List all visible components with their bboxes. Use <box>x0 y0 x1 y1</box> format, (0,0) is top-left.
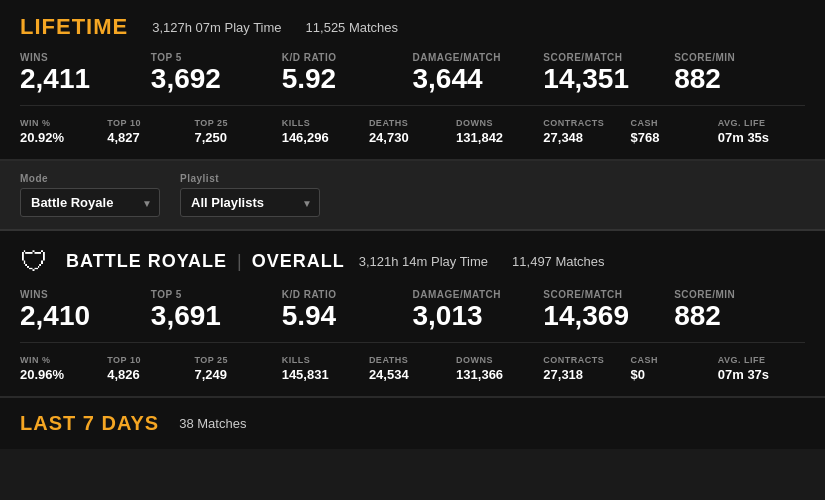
stat-label: Contracts <box>543 355 622 365</box>
br-secondary-stat: Top 25 7,249 <box>194 355 281 382</box>
mode-filter-label: Mode <box>20 173 160 184</box>
br-divider: | <box>237 251 242 272</box>
stat-label: Win % <box>20 118 99 128</box>
stat-label: SCORE/MIN <box>674 52 795 63</box>
stat-label: TOP 5 <box>151 289 272 300</box>
mode-filter-group: Mode Battle RoyalePlunderResurgence <box>20 173 160 217</box>
br-secondary-stat: Win % 20.96% <box>20 355 107 382</box>
stat-value: 20.92% <box>20 130 99 145</box>
stat-label: Deaths <box>369 355 448 365</box>
stat-value: 2,411 <box>20 65 141 93</box>
br-secondary-stat: Avg. Life 07m 37s <box>718 355 805 382</box>
lifetime-primary-stat: WINS 2,411 <box>20 52 151 93</box>
br-secondary-stat: Top 10 4,826 <box>107 355 194 382</box>
br-subtitle: OVERALL <box>252 251 345 272</box>
playlist-select-wrapper: All PlaylistsSoloDuoTrioQuad <box>180 188 320 217</box>
mode-select[interactable]: Battle RoyalePlunderResurgence <box>20 188 160 217</box>
stat-label: Kills <box>282 355 361 365</box>
br-title-group: BATTLE ROYALE | OVERALL <box>66 251 345 272</box>
stat-value: 14,351 <box>543 65 664 93</box>
stat-value: 882 <box>674 65 795 93</box>
last7-title: LAST 7 DAYS <box>20 412 159 435</box>
stat-value: 14,369 <box>543 302 664 330</box>
br-primary-stat: SCORE/MATCH 14,369 <box>543 289 674 330</box>
stat-value: 3,691 <box>151 302 272 330</box>
stat-value: $768 <box>631 130 710 145</box>
br-primary-stat: K/D RATIO 5.94 <box>282 289 413 330</box>
stat-value: 146,296 <box>282 130 361 145</box>
lifetime-secondary-stat: Top 25 7,250 <box>194 118 281 145</box>
stat-label: Win % <box>20 355 99 365</box>
stat-value: 5.92 <box>282 65 403 93</box>
last7-matches: 38 Matches <box>179 416 246 431</box>
lifetime-primary-stats: WINS 2,411 TOP 5 3,692 K/D RATIO 5.92 DA… <box>20 52 805 106</box>
br-secondary-stat: Downs 131,366 <box>456 355 543 382</box>
stat-value: $0 <box>631 367 710 382</box>
filters-section: Mode Battle RoyalePlunderResurgence Play… <box>0 161 825 231</box>
br-secondary-stat: Kills 145,831 <box>282 355 369 382</box>
br-secondary-stat: Deaths 24,534 <box>369 355 456 382</box>
br-primary-stat: TOP 5 3,691 <box>151 289 282 330</box>
stat-label: TOP 5 <box>151 52 272 63</box>
stat-label: SCORE/MATCH <box>543 289 664 300</box>
stat-value: 4,827 <box>107 130 186 145</box>
br-meta: 3,121h 14m Play Time 11,497 Matches <box>359 254 605 269</box>
stat-value: 07m 37s <box>718 367 797 382</box>
playlist-filter-group: Playlist All PlaylistsSoloDuoTrioQuad <box>180 173 320 217</box>
stat-label: DAMAGE/MATCH <box>412 289 533 300</box>
stat-label: Avg. Life <box>718 355 797 365</box>
stat-value: 4,826 <box>107 367 186 382</box>
lifetime-primary-stat: SCORE/MATCH 14,351 <box>543 52 674 93</box>
stat-label: SCORE/MIN <box>674 289 795 300</box>
stat-value: 7,250 <box>194 130 273 145</box>
lifetime-playtime: 3,127h 07m Play Time <box>152 20 281 35</box>
stat-label: Top 10 <box>107 355 186 365</box>
stat-label: Contracts <box>543 118 622 128</box>
br-primary-stats: WINS 2,410 TOP 5 3,691 K/D RATIO 5.94 DA… <box>20 289 805 343</box>
lifetime-secondary-stat: Deaths 24,730 <box>369 118 456 145</box>
stat-value: 24,534 <box>369 367 448 382</box>
stat-label: SCORE/MATCH <box>543 52 664 63</box>
stat-value: 07m 35s <box>718 130 797 145</box>
lifetime-secondary-stat: Kills 146,296 <box>282 118 369 145</box>
stat-label: Downs <box>456 355 535 365</box>
br-header: 🛡 BATTLE ROYALE | OVERALL 3,121h 14m Pla… <box>20 245 805 277</box>
br-secondary-stats: Win % 20.96% Top 10 4,826 Top 25 7,249 K… <box>20 355 805 382</box>
stat-value: 3,692 <box>151 65 272 93</box>
stat-value: 3,013 <box>412 302 533 330</box>
lifetime-matches: 11,525 Matches <box>306 20 399 35</box>
lifetime-section: LIFETIME 3,127h 07m Play Time 11,525 Mat… <box>0 0 825 161</box>
stat-value: 27,348 <box>543 130 622 145</box>
br-primary-stat: SCORE/MIN 882 <box>674 289 805 330</box>
stat-value: 3,644 <box>412 65 533 93</box>
stat-label: Top 25 <box>194 118 273 128</box>
lifetime-secondary-stat: Avg. Life 07m 35s <box>718 118 805 145</box>
stat-value: 5.94 <box>282 302 403 330</box>
lifetime-secondary-stat: Cash $768 <box>631 118 718 145</box>
stat-value: 20.96% <box>20 367 99 382</box>
stat-value: 27,318 <box>543 367 622 382</box>
stat-label: WINS <box>20 52 141 63</box>
lifetime-secondary-stat: Contracts 27,348 <box>543 118 630 145</box>
br-matches: 11,497 Matches <box>512 254 605 269</box>
stat-value: 882 <box>674 302 795 330</box>
br-primary-stat: WINS 2,410 <box>20 289 151 330</box>
lifetime-primary-stat: K/D RATIO 5.92 <box>282 52 413 93</box>
playlist-filter-label: Playlist <box>180 173 320 184</box>
stat-label: Top 10 <box>107 118 186 128</box>
br-title: BATTLE ROYALE <box>66 251 227 272</box>
br-secondary-stat: Contracts 27,318 <box>543 355 630 382</box>
lifetime-secondary-stat: Top 10 4,827 <box>107 118 194 145</box>
stat-label: Cash <box>631 118 710 128</box>
lifetime-secondary-stat: Win % 20.92% <box>20 118 107 145</box>
stat-value: 131,842 <box>456 130 535 145</box>
stat-value: 7,249 <box>194 367 273 382</box>
playlist-select[interactable]: All PlaylistsSoloDuoTrioQuad <box>180 188 320 217</box>
lifetime-meta: 3,127h 07m Play Time 11,525 Matches <box>152 20 398 35</box>
br-primary-stat: DAMAGE/MATCH 3,013 <box>412 289 543 330</box>
shield-icon: 🛡 <box>20 245 52 277</box>
lifetime-primary-stat: SCORE/MIN 882 <box>674 52 805 93</box>
last7-section: LAST 7 DAYS 38 Matches <box>0 398 825 449</box>
stat-value: 24,730 <box>369 130 448 145</box>
br-secondary-stat: Cash $0 <box>631 355 718 382</box>
